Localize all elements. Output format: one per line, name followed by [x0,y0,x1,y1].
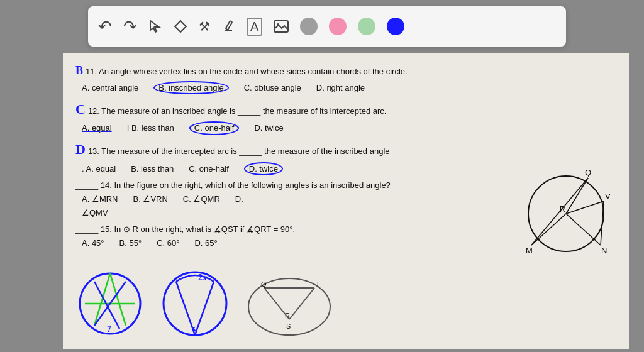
svg-text:R: R [560,205,565,214]
redo-icon[interactable]: ↷ [123,17,137,36]
svg-marker-1 [175,21,186,32]
question-11: B 11. An angle whose vertex lies on the … [75,61,616,95]
q15-d: D. 65° [194,236,217,250]
svg-text:M: M [526,246,533,255]
svg-text:V: V [605,192,610,201]
svg-line-29 [531,214,566,245]
image-icon[interactable] [274,20,289,33]
svg-text:2x: 2x [198,273,207,282]
svg-text:T: T [316,280,320,288]
diamond-icon[interactable] [174,19,187,33]
svg-text:S: S [286,322,291,330]
svg-line-30 [566,214,601,245]
svg-line-15 [195,282,214,335]
svg-line-7 [94,273,110,326]
q12-d: D. twice [254,121,283,135]
q12-a: A. equal [82,121,112,135]
toolbar: ↶ ↷ ⚒ A [88,6,566,47]
svg-marker-0 [150,21,159,32]
select-icon[interactable] [148,19,162,33]
annotation-11: B [75,61,83,80]
drawings-area: 7 2x x [75,263,333,343]
drawing-3: Q T S R [245,269,333,343]
svg-line-20 [289,288,314,319]
drawing-1: 7 [75,269,145,343]
svg-line-32 [601,201,604,245]
svg-rect-2 [226,21,232,30]
q13-c: C. one-half [189,162,229,176]
svg-text:7: 7 [107,324,111,334]
question-12: C 12. The measure of an inscribed angle … [75,97,616,135]
drawing-2: 2x x [157,263,233,343]
q11-c: C. obtuse angle [244,81,301,95]
q11-a: A. central angle [82,81,138,95]
annotation-13: D [75,138,86,161]
q12-answers: A. equal I B. less than C. one-half D. t… [82,121,616,135]
q15-c: C. 60° [157,236,179,250]
color-pink[interactable] [329,18,347,35]
q13-b: B. less than [131,162,174,176]
diagram-right: Q V R M N [522,167,610,267]
q11-d: D. right angle [316,81,365,95]
svg-line-28 [566,201,604,214]
pen-icon[interactable] [221,19,235,33]
q14-d: D. [235,192,243,206]
svg-text:R: R [285,312,290,319]
q11-text: 11. An angle whose vertex lies on the ci… [86,65,408,79]
content-area: B 11. An angle whose vertex lies on the … [63,53,629,349]
color-gray[interactable] [300,18,318,35]
svg-text:x: x [192,323,196,333]
q14-b: B. ∠VRN [133,192,168,206]
q13-a: . A. equal [82,162,116,176]
color-green[interactable] [358,18,375,35]
q14-a: A. ∠MRN [82,192,118,206]
q12-b: I B. less than [127,121,174,135]
color-blue[interactable] [387,18,404,35]
annotation-12: C [75,97,86,121]
q13-text: 13. The measure of the intercepted arc i… [88,145,390,158]
svg-text:Q: Q [585,168,591,177]
q15-a: A. 45° [82,236,104,250]
q14-c: C. ∠QMR [183,192,220,206]
q13-d: D. twice [244,162,283,176]
svg-text:Q: Q [261,280,267,288]
text-icon[interactable]: A [247,18,262,36]
undo-icon[interactable]: ↶ [98,17,112,36]
q11-b: B. inscribed angle [153,81,228,95]
q15-b: B. 55° [119,236,142,250]
svg-line-27 [566,178,588,214]
q12-c: C. one-half [189,121,240,135]
q11-answers: A. central angle B. inscribed angle C. o… [82,81,616,95]
svg-text:N: N [601,246,607,255]
tools-icon[interactable]: ⚒ [199,19,210,34]
q12-text: 12. The measure of an inscribed angle is… [88,104,387,118]
